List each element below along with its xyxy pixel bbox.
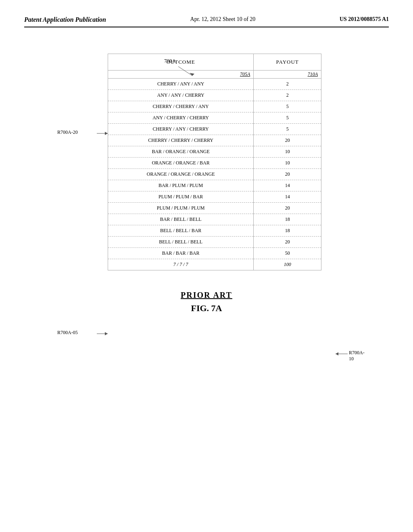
outcome-cell: CHERRY / ANY / ANY: [108, 79, 254, 90]
outcome-cell: ANY / ANY / CHERRY: [108, 90, 254, 101]
payout-cell: 100: [254, 259, 321, 270]
outcome-cell: BELL / BELL / BAR: [108, 225, 254, 237]
annotation-r700a-20: R700A-20: [57, 129, 78, 135]
fig-label: FIG. 7A: [24, 303, 389, 314]
col2-ref: 710A: [254, 71, 321, 79]
table-row: PLUM / PLUM / BAR14: [108, 191, 321, 203]
footer-area: PRIOR ART FIG. 7A: [24, 291, 389, 314]
col1-ref: 705A: [108, 71, 254, 79]
table-row: BELL / BELL / BAR18: [108, 225, 321, 237]
payout-cell: 14: [254, 191, 321, 203]
table-area: OUTCOME PAYOUT 705A 710A CHERRY / ANY / …: [108, 54, 368, 270]
payout-cell: 18: [254, 214, 321, 225]
table-row: CHERRY / CHERRY / ANY5: [108, 101, 321, 112]
table-row: ORANGE / ORANGE / BAR10: [108, 158, 321, 169]
payout-cell: 5: [254, 101, 321, 112]
table-row: ORANGE / ORANGE / ORANGE20: [108, 169, 321, 180]
table-row: BAR / BELL / BELL18: [108, 214, 321, 225]
payout-cell: 10: [254, 158, 321, 169]
payout-cell: 2: [254, 90, 321, 101]
outcome-cell: CHERRY / CHERRY / CHERRY: [108, 135, 254, 146]
page-header: Patent Application Publication Apr. 12, …: [24, 16, 389, 27]
outcome-cell: ORANGE / ORANGE / BAR: [108, 158, 254, 169]
main-ref-label: 700A: [164, 58, 176, 64]
svg-marker-3: [105, 132, 108, 135]
payout-cell: 20: [254, 135, 321, 146]
header-row: OUTCOME PAYOUT: [108, 54, 321, 71]
outcome-header: OUTCOME: [108, 54, 254, 71]
sheet-info: Apr. 12, 2012 Sheet 10 of 20: [190, 16, 256, 23]
table-row: CHERRY / ANY / ANY2: [108, 79, 321, 90]
payout-cell: 20: [254, 237, 321, 248]
outcome-cell: BAR / ORANGE / ORANGE: [108, 146, 254, 158]
outcome-cell: CHERRY / CHERRY / ANY: [108, 101, 254, 112]
annotation-r700a-10: R700A-10: [349, 350, 368, 362]
table-row: BAR / BAR / BAR50: [108, 248, 321, 259]
outcome-cell: BAR / BELL / BELL: [108, 214, 254, 225]
prior-art-label: PRIOR ART: [24, 291, 389, 300]
table-row: ANY / CHERRY / CHERRY5: [108, 112, 321, 124]
outcome-cell: BAR / PLUM / PLUM: [108, 180, 254, 191]
payout-cell: 50: [254, 248, 321, 259]
table-row: 7 / 7 / 7100: [108, 259, 321, 270]
outcome-cell: BELL / BELL / BELL: [108, 237, 254, 248]
payout-cell: 14: [254, 180, 321, 191]
payout-cell: 20: [254, 203, 321, 214]
svg-marker-5: [105, 332, 108, 335]
outcome-cell: PLUM / PLUM / BAR: [108, 191, 254, 203]
payout-cell: 20: [254, 169, 321, 180]
table-row: BAR / PLUM / PLUM14: [108, 180, 321, 191]
patent-number: US 2012/0088575 A1: [340, 16, 389, 23]
table-row: BELL / BELL / BELL20: [108, 237, 321, 248]
publication-title: Patent Application Publication: [24, 16, 106, 23]
payout-cell: 18: [254, 225, 321, 237]
payout-header: PAYOUT: [254, 54, 321, 71]
ref-row: 705A 710A: [108, 71, 321, 79]
payout-cell: 5: [254, 124, 321, 135]
table-row: PLUM / PLUM / PLUM20: [108, 203, 321, 214]
svg-marker-7: [336, 352, 338, 355]
page-container: Patent Application Publication Apr. 12, …: [0, 0, 413, 532]
outcome-cell: CHERRY / ANY / CHERRY: [108, 124, 254, 135]
table-row: CHERRY / CHERRY / CHERRY20: [108, 135, 321, 146]
payout-cell: 2: [254, 79, 321, 90]
annotation-r700a-05: R700A-05: [57, 330, 78, 336]
outcome-cell: PLUM / PLUM / PLUM: [108, 203, 254, 214]
payout-table: OUTCOME PAYOUT 705A 710A CHERRY / ANY / …: [108, 54, 321, 270]
table-row: CHERRY / ANY / CHERRY5: [108, 124, 321, 135]
table-body: CHERRY / ANY / ANY2ANY / ANY / CHERRY2CH…: [108, 79, 321, 270]
outcome-cell: ORANGE / ORANGE / ORANGE: [108, 169, 254, 180]
diagram-container: 700A R700A-20 R700A-05 R700A-10 OUTCOME …: [45, 54, 368, 270]
payout-cell: 10: [254, 146, 321, 158]
table-row: ANY / ANY / CHERRY2: [108, 90, 321, 101]
outcome-cell: 7 / 7 / 7: [108, 259, 254, 270]
outcome-cell: ANY / CHERRY / CHERRY: [108, 112, 254, 124]
payout-cell: 5: [254, 112, 321, 124]
outcome-cell: BAR / BAR / BAR: [108, 248, 254, 259]
table-row: BAR / ORANGE / ORANGE10: [108, 146, 321, 158]
